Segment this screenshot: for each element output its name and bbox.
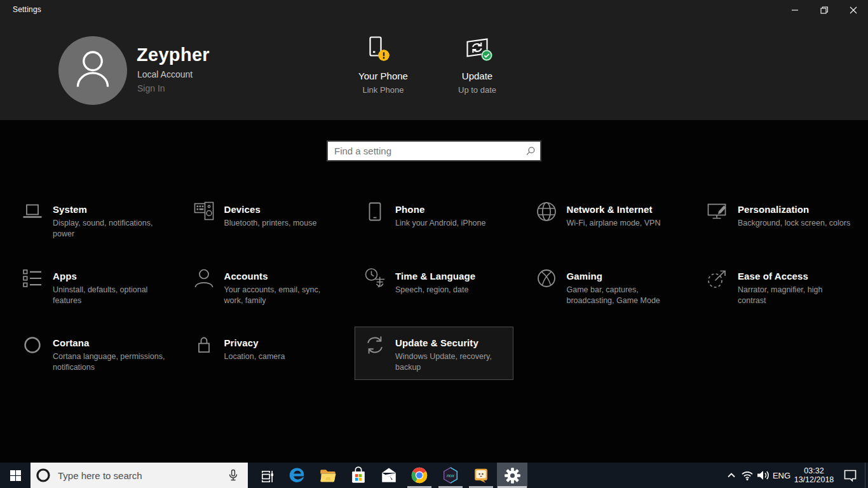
category-tile-privacy[interactable]: Privacy Location, camera: [184, 327, 342, 380]
privacy-icon: [194, 335, 214, 355]
category-title: Personalization: [738, 203, 852, 216]
quick-link-update[interactable]: Update Up to date: [436, 35, 519, 95]
start-button[interactable]: [0, 463, 31, 488]
language-indicator[interactable]: ENG: [771, 471, 792, 480]
category-tile-gaming[interactable]: Gaming Game bar, captures, broadcasting,…: [526, 260, 685, 313]
user-account-type: Local Account: [137, 69, 193, 79]
category-title: Privacy: [224, 336, 339, 349]
user-name: Zeypher: [137, 44, 210, 65]
magnifier-icon[interactable]: [521, 146, 540, 156]
category-tile-apps[interactable]: Apps Uninstall, defaults, optional featu…: [12, 260, 171, 313]
category-title: Gaming: [567, 269, 681, 283]
settings-window: Settings Zeypher Local Account Sign In Y…: [0, 0, 868, 488]
file-explorer-icon: [318, 466, 337, 485]
network-icon: [536, 201, 557, 222]
category-subtitle: Cortana language, permissions, notificat…: [53, 351, 167, 372]
person-icon: [58, 36, 127, 105]
category-subtitle: Background, lock screen, colors: [738, 218, 852, 229]
caption-buttons: [780, 0, 868, 20]
category-subtitle: Wi-Fi, airplane mode, VPN: [567, 218, 681, 229]
network-button[interactable]: [739, 463, 755, 488]
task-view-button[interactable]: [252, 463, 282, 488]
category-tile-time-language[interactable]: Time & Language Speech, region, date: [355, 260, 513, 313]
category-subtitle: Game bar, captures, broadcasting, Game M…: [567, 285, 681, 306]
nox-taskbar-button[interactable]: [435, 463, 466, 488]
update-security-icon: [365, 335, 385, 355]
quick-link-your-phone[interactable]: Your Phone Link Phone: [342, 35, 424, 95]
action-center-icon: [843, 468, 858, 483]
category-title: Update & Security: [395, 336, 509, 349]
minimize-icon: [791, 6, 799, 14]
category-tile-update-security[interactable]: Update & Security Windows Update, recove…: [355, 327, 513, 380]
category-title: Network & Internet: [567, 203, 681, 216]
category-subtitle: Bluetooth, printers, mouse: [224, 218, 339, 229]
chrome-icon: [410, 466, 429, 485]
show-desktop-button[interactable]: [865, 463, 868, 488]
category-tile-phone[interactable]: Phone Link your Android, iPhone: [355, 193, 513, 247]
chevron-up-icon: [725, 469, 738, 482]
category-title: Phone: [395, 203, 510, 216]
hidden-icons-button[interactable]: [723, 463, 739, 488]
ease-of-access-icon: [707, 268, 728, 288]
maximize-button[interactable]: [810, 0, 839, 20]
category-tile-ease-of-access[interactable]: Ease of Access Narrator, magnifier, high…: [697, 260, 856, 313]
clock[interactable]: 03:32 13/12/2018: [792, 466, 836, 484]
category-subtitle: Speech, region, date: [395, 285, 510, 295]
find-a-setting-input[interactable]: [328, 146, 521, 156]
nox-icon: [441, 466, 460, 485]
category-subtitle: Windows Update, recovery, backup: [395, 351, 509, 372]
category-title: Apps: [53, 269, 167, 283]
speaker-icon: [756, 468, 771, 482]
task-view-icon: [259, 468, 275, 483]
system-tray: ENG 03:32 13/12/2018: [723, 463, 868, 488]
close-button[interactable]: [839, 0, 868, 20]
devices-icon: [194, 201, 214, 222]
quick-link-subtitle: Link Phone: [342, 85, 424, 95]
user-avatar[interactable]: [58, 36, 127, 105]
category-title: Accounts: [224, 269, 339, 283]
category-tile-system[interactable]: System Display, sound, notifications, po…: [12, 193, 171, 247]
sign-in-link[interactable]: Sign In: [137, 83, 165, 93]
category-title: System: [53, 203, 167, 216]
gaming-icon: [536, 268, 557, 288]
wifi-icon: [740, 468, 754, 482]
minimize-button[interactable]: [780, 0, 810, 20]
category-tile-accounts[interactable]: Accounts Your accounts, email, sync, wor…: [184, 260, 342, 313]
store-taskbar-button[interactable]: [343, 463, 374, 488]
phone-icon: [365, 201, 385, 222]
category-title: Ease of Access: [738, 269, 852, 283]
accounts-icon: [194, 268, 214, 288]
taskbar-search-input[interactable]: [50, 470, 226, 481]
file-explorer-taskbar-button[interactable]: [313, 463, 343, 488]
apps-icon: [22, 268, 43, 288]
warning-badge-icon: [378, 50, 390, 61]
microphone-icon[interactable]: [226, 468, 240, 482]
quick-link-title: Update: [436, 71, 519, 81]
category-tile-cortana[interactable]: Cortana Cortana language, permissions, n…: [12, 327, 171, 380]
close-icon: [850, 6, 857, 14]
volume-button[interactable]: [755, 463, 771, 488]
category-title: Cortana: [53, 336, 167, 349]
category-subtitle: Uninstall, defaults, optional features: [53, 285, 167, 306]
restore-icon: [820, 6, 828, 14]
cortana-icon[interactable]: [36, 468, 50, 482]
category-tile-network[interactable]: Network & Internet Wi-Fi, airplane mode,…: [526, 193, 685, 247]
chrome-taskbar-button[interactable]: [404, 463, 435, 488]
category-subtitle: Location, camera: [224, 351, 339, 362]
gear-icon: [504, 467, 521, 484]
taskbar-search-box: [31, 463, 248, 488]
category-tile-devices[interactable]: Devices Bluetooth, printers, mouse: [184, 193, 342, 247]
store-icon: [349, 466, 368, 485]
cortana-icon: [22, 335, 43, 355]
quick-link-subtitle: Up to date: [436, 85, 519, 95]
chat-taskbar-button[interactable]: [466, 463, 496, 488]
categories-grid: System Display, sound, notifications, po…: [12, 193, 856, 380]
settings-taskbar-button[interactable]: [497, 463, 527, 488]
chat-icon: [471, 466, 491, 485]
action-center-button[interactable]: [836, 463, 865, 488]
system-icon: [22, 201, 43, 222]
personalization-icon: [707, 201, 728, 222]
category-tile-personalization[interactable]: Personalization Background, lock screen,…: [697, 193, 856, 247]
edge-taskbar-button[interactable]: [281, 463, 312, 488]
mail-taskbar-button[interactable]: [374, 463, 404, 488]
